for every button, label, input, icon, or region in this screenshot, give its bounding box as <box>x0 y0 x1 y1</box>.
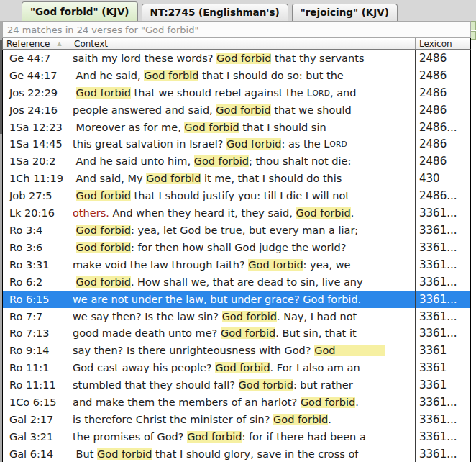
lexicon-cell[interactable]: 2486 <box>416 153 470 170</box>
lexicon-cell[interactable]: 430 <box>416 170 470 187</box>
context-cell[interactable]: good made death unto me? God forbid. But… <box>70 325 416 343</box>
reference-cell[interactable]: Ro 9:14 <box>3 342 70 359</box>
reference-cell[interactable]: Ro 6:15 <box>3 291 70 308</box>
reference-cell[interactable]: Ge 44:7 <box>3 50 70 67</box>
lexicon-cell[interactable]: 3361 <box>416 342 470 359</box>
context-cell[interactable]: make void the law through faith? God for… <box>70 256 416 273</box>
lexicon-cell[interactable]: 3361... <box>416 204 470 222</box>
lexicon-cell[interactable]: 3361... <box>416 445 470 462</box>
table-row[interactable]: Gal 2:17is therefore Christ the minister… <box>3 411 470 428</box>
table-row[interactable]: Jos 22:29 God forbid that we should rebe… <box>3 84 470 101</box>
context-cell[interactable]: And he said, God forbid that I should do… <box>70 67 416 84</box>
tab-3[interactable]: "rejoicing" (KJV) <box>292 4 398 21</box>
context-cell[interactable]: But God forbid that I should glory, save… <box>70 445 416 462</box>
table-row[interactable]: Ro 3:4 God forbid: yea, let God be true,… <box>3 222 470 239</box>
context-cell[interactable]: And he said unto him, God forbid; thou s… <box>70 153 416 170</box>
reference-cell[interactable]: Ro 7:13 <box>3 325 70 343</box>
tab-2[interactable]: NT:2745 (Englishman's) <box>142 4 288 21</box>
table-row[interactable]: Ro 6:2 God forbid. How shall we, that ar… <box>3 273 470 291</box>
table-row[interactable]: 1Sa 12:23 Moreover as for me, God forbid… <box>3 119 470 136</box>
reference-cell[interactable]: Ro 3:31 <box>3 256 70 273</box>
table-row[interactable]: Ro 3:6 God forbid: for then how shall Go… <box>3 239 470 256</box>
context-cell[interactable]: others. And when they heard it, they sai… <box>70 204 416 222</box>
lexicon-cell[interactable]: 3361... <box>416 239 470 256</box>
table-row[interactable]: Ro 7:13good made death unto me? God forb… <box>3 325 470 343</box>
context-cell[interactable]: say then? Is there unrighteousness with … <box>70 342 416 359</box>
reference-cell[interactable]: 1Sa 14:45 <box>3 136 70 153</box>
reference-cell[interactable]: 1Ch 11:19 <box>3 170 70 187</box>
table-row[interactable]: Ge 44:17 And he said, God forbid that I … <box>3 67 470 84</box>
table-row[interactable]: Jos 24:16people answered and said, God f… <box>3 101 470 119</box>
reference-cell[interactable]: 1Sa 20:2 <box>3 153 70 170</box>
context-cell[interactable]: we are not under the law, but under grac… <box>70 291 416 308</box>
lexicon-cell[interactable]: 2486... <box>416 119 470 136</box>
lexicon-cell[interactable]: 3361 <box>416 376 470 394</box>
context-cell[interactable]: people answered and said, God forbid tha… <box>70 101 416 119</box>
column-header-context[interactable]: Context <box>70 38 416 49</box>
context-cell[interactable]: and make them the members of an harlot? … <box>70 394 416 411</box>
context-cell[interactable]: God forbid: for then how shall God judge… <box>70 239 416 256</box>
table-row[interactable]: Ge 44:7saith my lord these words? God fo… <box>3 50 470 67</box>
context-cell[interactable]: is therefore Christ the minister of sin?… <box>70 411 416 428</box>
table-row[interactable]: Gal 3:21the promises of God? God forbid:… <box>3 428 470 445</box>
reference-cell[interactable]: Jos 22:29 <box>3 84 70 101</box>
context-cell[interactable]: the promises of God? God forbid: for if … <box>70 428 416 445</box>
lexicon-cell[interactable]: 3361... <box>416 222 470 239</box>
context-cell[interactable]: stumbled that they should fall? God forb… <box>70 376 416 394</box>
lexicon-cell[interactable]: 3361... <box>416 308 470 325</box>
table-row[interactable]: 1Ch 11:19 And said, My God forbid it me,… <box>3 170 470 187</box>
table-row[interactable]: 1Sa 20:2 And he said unto him, God forbi… <box>3 153 470 170</box>
lexicon-cell[interactable]: 3361 <box>416 359 470 376</box>
lexicon-cell[interactable]: 3361... <box>416 428 470 445</box>
lexicon-cell[interactable]: 2486 <box>416 136 470 153</box>
reference-cell[interactable]: Ro 11:11 <box>3 376 70 394</box>
reference-cell[interactable]: Lk 20:16 <box>3 204 70 222</box>
lexicon-cell[interactable]: 2486 <box>416 101 470 119</box>
context-cell[interactable]: God cast away his people? God forbid. Fo… <box>70 359 416 376</box>
context-cell[interactable]: God forbid. How shall we, that are dead … <box>70 273 416 291</box>
context-cell[interactable]: we say then? Is the law sin? God forbid.… <box>70 308 416 325</box>
lexicon-cell[interactable]: 3361... <box>416 394 470 411</box>
context-cell[interactable]: God forbid that we should rebel against … <box>70 84 416 101</box>
column-header-reference[interactable]: Reference ▲ <box>3 38 70 49</box>
context-cell[interactable]: And said, My God forbid it me, that I sh… <box>70 170 416 187</box>
reference-cell[interactable]: Ro 7:7 <box>3 308 70 325</box>
tab-1[interactable]: "God forbid" (KJV) <box>22 1 138 21</box>
context-cell[interactable]: saith my lord these words? God forbid th… <box>70 50 416 67</box>
reference-cell[interactable]: 1Sa 12:23 <box>3 119 70 136</box>
lexicon-cell[interactable]: 3361... <box>416 273 470 291</box>
context-cell[interactable]: this great salvation in Israel? God forb… <box>70 136 416 153</box>
table-row[interactable]: Ro 9:14say then? Is there unrighteousnes… <box>3 342 470 359</box>
table-row[interactable]: Lk 20:16others. And when they heard it, … <box>3 204 470 222</box>
left-scrollbar-thumb[interactable] <box>0 40 2 134</box>
lexicon-cell[interactable]: 2486 <box>416 50 470 67</box>
reference-cell[interactable]: Gal 2:17 <box>3 411 70 428</box>
table-row[interactable]: Ro 6:15we are not under the law, but und… <box>3 291 470 308</box>
reference-cell[interactable]: Ge 44:17 <box>3 67 70 84</box>
reference-cell[interactable]: Gal 3:21 <box>3 428 70 445</box>
reference-cell[interactable]: Ro 3:4 <box>3 222 70 239</box>
reference-cell[interactable]: Ro 3:6 <box>3 239 70 256</box>
table-row[interactable]: Ro 7:7we say then? Is the law sin? God f… <box>3 308 470 325</box>
table-row[interactable]: Ro 3:31make void the law through faith? … <box>3 256 470 273</box>
lexicon-cell[interactable]: 3361... <box>416 291 470 308</box>
reference-cell[interactable]: Job 27:5 <box>3 187 70 204</box>
reference-cell[interactable]: Gal 6:14 <box>3 445 70 462</box>
lexicon-cell[interactable]: 3361... <box>416 256 470 273</box>
table-row[interactable]: 1Sa 14:45this great salvation in Israel?… <box>3 136 470 153</box>
context-cell[interactable]: Moreover as for me, God forbid that I sh… <box>70 119 416 136</box>
lexicon-cell[interactable]: 2486 <box>416 67 470 84</box>
table-row[interactable]: Gal 6:14 But God forbid that I should gl… <box>3 445 470 462</box>
reference-cell[interactable]: Ro 11:1 <box>3 359 70 376</box>
table-row[interactable]: Ro 11:1God cast away his people? God for… <box>3 359 470 376</box>
table-row[interactable]: Job 27:5 God forbid that I should justif… <box>3 187 470 204</box>
context-cell[interactable]: God forbid: yea, let God be true, but ev… <box>70 222 416 239</box>
table-row[interactable]: Ro 11:11stumbled that they should fall? … <box>3 376 470 394</box>
reference-cell[interactable]: Jos 24:16 <box>3 101 70 119</box>
lexicon-cell[interactable]: 2486... <box>416 187 470 204</box>
reference-cell[interactable]: 1Co 6:15 <box>3 394 70 411</box>
context-cell[interactable]: God forbid that I should justify you: ti… <box>70 187 416 204</box>
table-row[interactable]: 1Co 6:15and make them the members of an … <box>3 394 470 411</box>
column-header-lexicon[interactable]: Lexicon <box>416 38 470 49</box>
left-scrollbar[interactable] <box>0 0 2 462</box>
